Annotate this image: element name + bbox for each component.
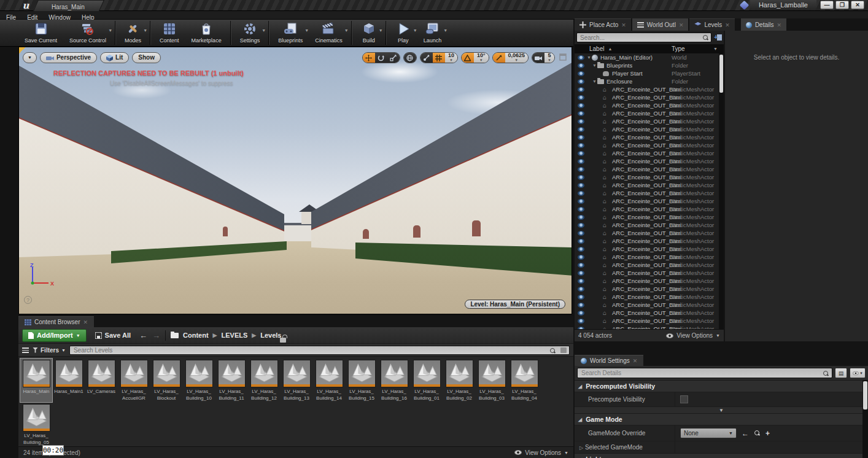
level-document-tab[interactable]: Haras_Main: [33, 0, 104, 11]
outliner-row[interactable]: ▼BlueprintsFolder: [575, 61, 719, 69]
current-level-badge[interactable]: Level: Haras_Main (Persistent): [465, 300, 565, 309]
close-icon[interactable]: ✕: [725, 22, 730, 28]
outliner-row[interactable]: Player StartPlayerStart: [575, 69, 719, 77]
visibility-eye-icon[interactable]: [578, 263, 584, 268]
save-search-icon[interactable]: [560, 347, 567, 353]
outliner-row[interactable]: ⌂ARC_Enceinte_OUT_BarriStaticMeshActor: [575, 317, 719, 325]
settings-button[interactable]: Settings▼: [234, 20, 266, 46]
display-filter-button[interactable]: ▼: [850, 368, 866, 378]
outliner-row[interactable]: ⌂ARC_Enceinte_OUT_BarriStaticMeshActor: [575, 269, 719, 277]
save-all-button[interactable]: Save All: [91, 332, 134, 339]
visibility-eye-icon[interactable]: [578, 103, 584, 108]
chevron-down-icon[interactable]: ▼: [143, 28, 147, 33]
visibility-eye-icon[interactable]: [578, 215, 584, 220]
outliner-row[interactable]: ⌂ARC_Enceinte_OUT_BarriStaticMeshActor: [575, 213, 719, 221]
outliner-row[interactable]: ⌂ARC_Enceinte_OUT_BarriStaticMeshActor: [575, 221, 719, 229]
modes-button[interactable]: Modes▼: [118, 20, 147, 46]
close-icon[interactable]: ✕: [621, 22, 626, 28]
chevron-down-icon[interactable]: ▼: [443, 28, 448, 33]
chevron-down-icon[interactable]: ▼: [304, 28, 309, 33]
visibility-eye-icon[interactable]: [578, 279, 584, 284]
asset-tile-lv-haras-building-13[interactable]: LV_Haras_Building_13: [281, 359, 312, 402]
visibility-eye-icon[interactable]: [578, 71, 584, 76]
rotation-snap-value[interactable]: 10°▼: [474, 53, 489, 63]
scale-tool-button[interactable]: [387, 53, 400, 63]
visibility-eye-icon[interactable]: [578, 63, 584, 68]
close-icon[interactable]: ✕: [83, 319, 88, 325]
section-game-mode[interactable]: ◢Game Mode: [575, 413, 868, 425]
outliner-row[interactable]: ⌂ARC_Enceinte_OUT_BarriStaticMeshActor: [575, 229, 719, 237]
asset-tile-lv-haras-building-02[interactable]: LV_Haras_Building_02: [443, 359, 475, 402]
outliner-row[interactable]: ⌂ARC_Enceinte_OUT_BarriStaticMeshActor: [575, 141, 719, 149]
type-column-header[interactable]: Type▼: [672, 45, 724, 52]
visibility-eye-icon[interactable]: [578, 87, 584, 92]
source-control-button[interactable]: Source Control▼: [63, 20, 112, 46]
blueprints-button[interactable]: Blueprints▼: [272, 20, 309, 46]
outliner-row[interactable]: ⌂ARC_Enceinte_OUT_BarriStaticMeshActor: [575, 205, 719, 213]
visibility-eye-icon[interactable]: [578, 199, 584, 204]
asset-tile-lv-haras-building-05[interactable]: LV_Haras_Building_05: [20, 403, 52, 446]
outliner-view-options-button[interactable]: View Options▼: [666, 332, 720, 339]
close-icon[interactable]: ✕: [679, 22, 684, 28]
outliner-row[interactable]: ⌂ARC_Enceinte_OUT_BarriStaticMeshActor: [575, 157, 719, 165]
section-precomputed-visibility[interactable]: ◢Precomputed Visibility: [575, 380, 868, 392]
cinematics-button[interactable]: Cinematics▼: [309, 20, 349, 46]
perspective-button[interactable]: Perspective: [40, 52, 97, 63]
minimize-button[interactable]: —: [820, 1, 834, 9]
expand-arrow-icon[interactable]: ▼: [592, 63, 597, 68]
visibility-eye-icon[interactable]: [578, 255, 584, 260]
visibility-eye-icon[interactable]: [578, 119, 584, 124]
outliner-row[interactable]: ⌂ARC_Enceinte_OUT_BarriStaticMeshActor: [575, 301, 719, 309]
outliner-row[interactable]: ⌂ARC_Enceinte_OUT_BarriStaticMeshActor: [575, 277, 719, 285]
close-button[interactable]: ✕: [851, 1, 864, 9]
tab-details[interactable]: Details✕: [741, 18, 786, 31]
maximize-viewport-button[interactable]: [559, 52, 567, 63]
outliner-row[interactable]: ⌂ARC_Enceinte_OUT_BarriStaticMeshActor: [575, 261, 719, 269]
scale-snap-toggle[interactable]: [493, 53, 505, 63]
visibility-eye-icon[interactable]: [578, 135, 584, 140]
close-icon[interactable]: ✕: [633, 358, 638, 364]
outliner-scrollbar[interactable]: [719, 53, 724, 329]
expand-arrow-icon[interactable]: ▼: [587, 55, 592, 60]
add-import-button[interactable]: Add/Import▼: [22, 329, 87, 342]
settings-scrollbar[interactable]: [862, 380, 868, 458]
outliner-row[interactable]: ⌂ARC_Enceinte_OUT_BarriStaticMeshActor: [575, 173, 719, 181]
asset-tile-lv-haras-blockout[interactable]: LV_Haras_Blockout: [150, 359, 182, 402]
outliner-row[interactable]: ⌂ARC_Enceinte_OUT_BarriStaticMeshActor: [575, 285, 719, 293]
expand-arrow-icon[interactable]: ▼: [592, 79, 597, 83]
visibility-eye-icon[interactable]: [578, 183, 584, 188]
build-button[interactable]: Build▼: [355, 20, 383, 46]
asset-tile-lv-haras-building-16[interactable]: LV_Haras_Building_16: [378, 359, 410, 402]
close-icon[interactable]: ✕: [777, 22, 781, 28]
show-menu-button[interactable]: Show: [132, 52, 161, 63]
visibility-eye-icon[interactable]: [578, 79, 584, 84]
chevron-down-icon[interactable]: ▼: [344, 28, 349, 33]
property-matrix-icon[interactable]: ▤: [835, 368, 847, 378]
visibility-eye-icon[interactable]: [578, 127, 584, 132]
precompute-visibility-checkbox[interactable]: [680, 395, 688, 403]
tab-place-acto[interactable]: Place Acto✕: [575, 18, 631, 31]
content-button[interactable]: Content: [153, 20, 185, 46]
outliner-row[interactable]: ⌂ARC_Enceinte_OUT_BarriStaticMeshActor: [575, 101, 719, 109]
back-button[interactable]: ←: [139, 331, 147, 340]
visibility-eye-icon[interactable]: [578, 247, 584, 252]
chevron-down-icon[interactable]: ▼: [413, 28, 417, 33]
tab-world-outl[interactable]: World Outl✕: [632, 18, 689, 31]
add-new-icon[interactable]: +: [765, 429, 770, 438]
grid-snap-value[interactable]: 10▼: [445, 53, 457, 63]
sources-panel-toggle-icon[interactable]: [22, 347, 29, 353]
outliner-row[interactable]: ⌂ARC_Enceinte_OUT_BarriStaticMeshActor: [575, 245, 719, 253]
rotation-snap-toggle[interactable]: [462, 53, 474, 63]
chevron-down-icon[interactable]: ▼: [379, 28, 383, 33]
settings-search-input[interactable]: Search Details: [577, 368, 832, 378]
rotate-tool-button[interactable]: [375, 53, 387, 63]
search-assets-input[interactable]: Search Levels: [69, 346, 570, 355]
level-viewport[interactable]: REFLECTION CAPTURES NEED TO BE REBUILT (…: [18, 47, 572, 314]
asset-tile-lv-haras-building-01[interactable]: LV_Haras_Building_01: [411, 359, 443, 402]
outliner-row[interactable]: ⌂ARC_Enceinte_OUT_BarriStaticMeshActor: [575, 85, 719, 93]
camera-speed-value[interactable]: 5▼: [544, 53, 554, 63]
save-current-button[interactable]: Save Current: [18, 20, 63, 46]
asset-tile-lv-haras-building-14[interactable]: LV_Haras_Building_14: [313, 359, 345, 402]
visibility-eye-icon[interactable]: [578, 223, 584, 228]
asset-tile-lv-haras-building-03[interactable]: LV_Haras_Building_03: [476, 359, 508, 402]
